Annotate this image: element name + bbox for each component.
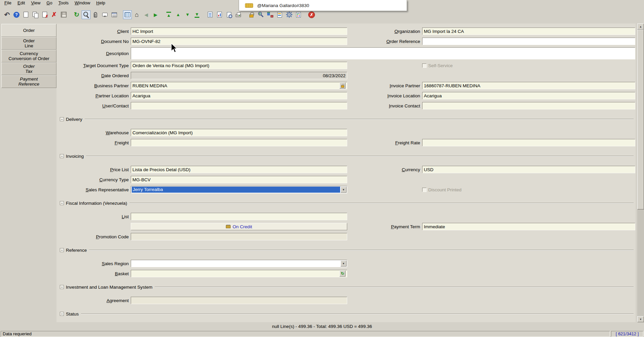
target-document-type-field[interactable]: Orden de Venta no Fiscal (MG Import) [131, 62, 347, 69]
last-record-button[interactable] [193, 10, 201, 19]
sales-representative-label: Sales Representative [56, 187, 129, 192]
collapse-reference-icon[interactable] [60, 248, 64, 252]
save-button[interactable] [59, 10, 68, 19]
product-info-icon [296, 12, 301, 17]
basket-button[interactable]: ↻ [339, 271, 346, 277]
help-icon [13, 12, 19, 18]
freight-field[interactable] [131, 139, 347, 146]
new-record-button[interactable] [22, 10, 30, 19]
menu-window[interactable]: Window [72, 0, 93, 5]
calendar-button[interactable] [110, 10, 119, 19]
requery-icon [74, 11, 79, 18]
lock-button[interactable] [247, 10, 256, 19]
currency-field[interactable]: USD [422, 166, 635, 173]
print-preview-button[interactable] [225, 10, 233, 19]
help-button[interactable] [12, 10, 21, 19]
delete-record-button[interactable] [40, 10, 49, 19]
basket-field[interactable]: ↻ [131, 270, 347, 277]
product-info-button[interactable] [294, 10, 303, 19]
tab-order-tax-label: Order Tax [23, 64, 35, 74]
print-icon [236, 14, 241, 17]
menu-help[interactable]: Help [93, 0, 108, 5]
sales-region-dropdown-button[interactable] [340, 260, 347, 267]
scrollbar-thumb[interactable] [637, 30, 644, 209]
organization-field[interactable]: MG Import la 24 CA [422, 28, 635, 35]
invoice-location-value: Acarigua [424, 93, 634, 98]
scroll-down-button[interactable] [637, 316, 644, 322]
partner-location-field[interactable]: Acarigua [131, 92, 347, 99]
chat-button[interactable] [100, 10, 109, 19]
home-button[interactable] [132, 10, 141, 19]
tab-order-line[interactable]: Order Line [1, 37, 56, 50]
first-record-button[interactable] [164, 10, 173, 19]
collapse-fiscal-icon[interactable] [60, 201, 64, 205]
preferences-button[interactable] [285, 10, 293, 19]
invoice-contact-field[interactable] [422, 102, 635, 109]
scrollbar-track[interactable] [637, 30, 644, 316]
menu-tools[interactable]: Tools [55, 0, 72, 5]
report-button[interactable] [215, 10, 224, 19]
business-partner-field[interactable]: RUBEN MEDINA [131, 82, 347, 89]
vertical-scrollbar[interactable] [637, 23, 644, 322]
invoice-location-field[interactable]: Acarigua [422, 92, 635, 99]
ignore-button[interactable] [3, 10, 11, 19]
menu-edit[interactable]: Edit [14, 0, 28, 5]
client-field[interactable]: HC Import [131, 28, 347, 35]
scroll-up-button[interactable] [637, 23, 644, 30]
toolbar-separator [69, 14, 72, 15]
on-credit-button[interactable]: On Credit [131, 223, 347, 230]
tab-currency-conversion[interactable]: Currency Conversion of Order [1, 50, 56, 62]
currency-type-field[interactable]: MG-BCV [131, 176, 347, 183]
warehouse-field[interactable]: Comercialización (MG Import) [131, 129, 347, 136]
invoice-partner-label: Invoice Partner [349, 83, 421, 88]
tab-order-tax[interactable]: Order Tax [1, 62, 56, 75]
tab-order[interactable]: Order [1, 24, 56, 37]
zoom-across-button[interactable] [256, 10, 265, 19]
collapse-delivery-icon[interactable] [60, 117, 64, 121]
requery-button[interactable] [72, 10, 81, 19]
sales-region-combo[interactable] [131, 260, 347, 267]
description-field[interactable] [131, 47, 635, 59]
date-ordered-field[interactable]: 08/23/2022 [131, 72, 347, 79]
collapse-invoicing-icon[interactable] [60, 154, 64, 158]
parent-record-button[interactable] [142, 10, 151, 19]
tab-payment-reference-label: Payment Reference [18, 77, 39, 87]
grid-toggle-button[interactable] [123, 10, 132, 19]
archive-icon [277, 12, 282, 17]
exit-button[interactable] [307, 10, 316, 19]
document-no-field[interactable]: MG-OVNF-82 [131, 38, 347, 45]
print-button[interactable] [234, 10, 243, 19]
form-view-button[interactable] [206, 10, 214, 19]
payment-term-field[interactable]: Immediate [422, 223, 635, 230]
notification-popup[interactable]: @Mariana Gallardo#3830 [239, 0, 407, 11]
promotion-code-field[interactable] [131, 233, 347, 240]
invoice-partner-field[interactable]: 16860787-RUBEN MEDINA [422, 82, 635, 89]
attachment-button[interactable] [91, 10, 100, 19]
menu-view[interactable]: View [28, 0, 43, 5]
archive-button[interactable] [275, 10, 284, 19]
price-list-field[interactable]: Lista de Precios Detal (USD) [131, 166, 347, 173]
menu-file[interactable]: File [1, 0, 14, 5]
detail-record-button[interactable] [151, 10, 160, 19]
business-partner-info-button[interactable] [339, 83, 346, 89]
find-button[interactable] [82, 10, 90, 19]
agreement-field[interactable] [131, 297, 347, 304]
sales-representative-dropdown-button[interactable] [340, 187, 347, 193]
toolbar-separator [161, 14, 164, 15]
organization-value: MG Import la 24 CA [424, 29, 634, 34]
partner-location-value: Acarigua [132, 93, 346, 98]
copy-record-button[interactable] [31, 10, 40, 19]
order-reference-field[interactable] [422, 38, 635, 45]
freight-rate-field[interactable] [422, 139, 635, 146]
delete-selection-button[interactable] [50, 10, 58, 19]
sales-representative-combo[interactable]: Jerry Torrealba [131, 186, 347, 193]
menu-go[interactable]: Go [43, 0, 55, 5]
user-contact-field[interactable] [131, 102, 347, 109]
next-record-button[interactable] [183, 10, 192, 19]
previous-record-button[interactable] [174, 10, 183, 19]
collapse-status-icon[interactable] [60, 312, 64, 316]
collapse-investment-icon[interactable] [60, 285, 64, 289]
list-field[interactable] [131, 213, 347, 220]
tab-payment-reference[interactable]: Payment Reference [1, 75, 56, 88]
workflow-button[interactable] [266, 10, 275, 19]
